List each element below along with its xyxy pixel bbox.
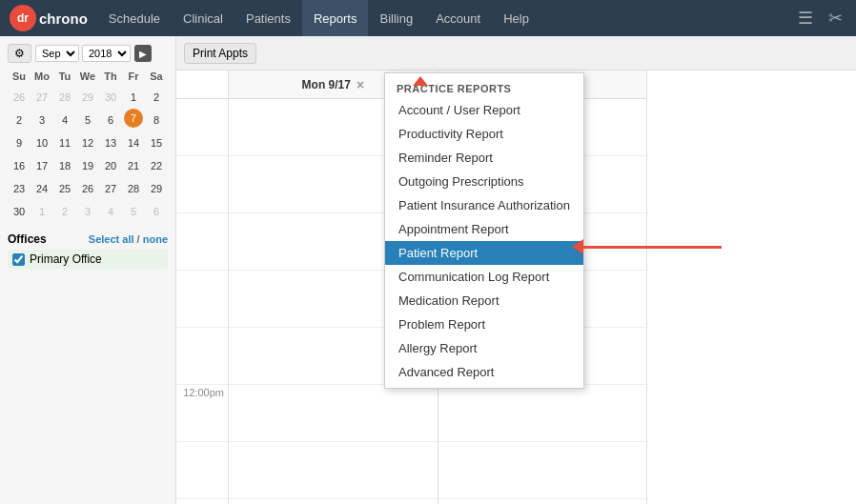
day-slot xyxy=(229,499,438,504)
cal-day[interactable]: 26 xyxy=(82,177,93,200)
cal-day[interactable]: 16 xyxy=(13,154,25,177)
cal-day[interactable]: 5 xyxy=(85,109,91,131)
cal-day[interactable]: 3 xyxy=(39,109,45,131)
nav-clinical[interactable]: Clinical xyxy=(172,0,234,36)
cal-day[interactable]: 23 xyxy=(13,177,25,200)
cal-day[interactable]: 17 xyxy=(36,154,48,177)
cal-day[interactable]: 27 xyxy=(105,177,116,200)
close-mon-btn[interactable]: × xyxy=(357,77,364,92)
nav-patients[interactable]: Patients xyxy=(234,0,302,36)
nav-reports[interactable]: Reports xyxy=(302,0,369,36)
cal-day[interactable]: 18 xyxy=(59,154,71,177)
day-col-empty xyxy=(647,71,856,504)
cal-day[interactable]: 27 xyxy=(36,86,48,109)
day-slot xyxy=(438,499,647,504)
settings-icon[interactable]: ☰ xyxy=(794,4,817,32)
primary-office-label: Primary Office xyxy=(30,252,102,266)
cal-day[interactable]: 7 xyxy=(124,109,143,128)
day-slot xyxy=(229,442,438,499)
offices-header: Offices Select all / none xyxy=(8,232,168,246)
timeslot-placeholder3 xyxy=(176,213,228,271)
timeslot-placeholder2 xyxy=(176,156,228,213)
timeslot-placeholder1 xyxy=(176,99,228,156)
calendar-next-btn[interactable]: ▶ xyxy=(134,45,152,62)
offices-links: Select all / none xyxy=(89,233,168,245)
dropdown-item-productivity[interactable]: Productivity Report xyxy=(385,122,583,146)
scissors-icon[interactable]: ✂ xyxy=(825,4,846,32)
none-link[interactable]: none xyxy=(143,233,168,245)
top-navigation: dr chrono Schedule Clinical Patients Rep… xyxy=(0,0,856,36)
cal-day[interactable]: 6 xyxy=(153,200,159,223)
month-select[interactable]: Sep xyxy=(35,45,79,62)
dropdown-item-communication-log[interactable]: Communication Log Report xyxy=(385,265,583,289)
cal-day[interactable]: 15 xyxy=(151,131,162,154)
dropdown-item-appointment[interactable]: Appointment Report xyxy=(385,217,583,241)
arrow-head xyxy=(572,239,583,254)
logo[interactable]: dr chrono xyxy=(10,5,88,31)
cal-grid: 2627282930122345678910111213141516171819… xyxy=(8,86,168,223)
primary-office-checkbox[interactable] xyxy=(12,253,25,266)
cal-day[interactable]: 2 xyxy=(16,109,22,131)
mini-calendar: Su Mo Tu We Th Fr Sa 2627282930122345678… xyxy=(8,69,168,223)
cal-day[interactable]: 13 xyxy=(105,131,116,154)
cal-day[interactable]: 25 xyxy=(59,177,71,200)
cal-day[interactable]: 9 xyxy=(16,131,22,154)
cal-day[interactable]: 21 xyxy=(128,154,139,177)
cal-day[interactable]: 2 xyxy=(62,200,68,223)
cal-day[interactable]: 19 xyxy=(82,154,93,177)
cal-day[interactable]: 30 xyxy=(105,86,116,109)
logo-icon: dr xyxy=(10,5,36,31)
dropdown-items: Account / User ReportProductivity Report… xyxy=(385,98,583,384)
year-select[interactable]: 2018 xyxy=(82,45,131,62)
dropdown-item-patient-insurance[interactable]: Patient Insurance Authorization xyxy=(385,193,583,217)
select-all-link[interactable]: Select all xyxy=(89,233,134,245)
cal-day[interactable]: 8 xyxy=(153,109,159,131)
dropdown-item-problem[interactable]: Problem Report xyxy=(385,312,583,336)
cal-day[interactable]: 29 xyxy=(82,86,93,109)
cal-day[interactable]: 29 xyxy=(151,177,162,200)
office-item-primary: Primary Office xyxy=(8,250,168,269)
cal-day[interactable]: 11 xyxy=(59,131,71,154)
dropdown-item-advanced[interactable]: Advanced Report xyxy=(385,360,583,384)
arrow-shaft xyxy=(583,246,722,249)
cal-day[interactable]: 24 xyxy=(36,177,48,200)
nav-billing[interactable]: Billing xyxy=(368,0,424,36)
timeslot-12pm: 12:00pm xyxy=(176,385,228,442)
cal-day[interactable]: 3 xyxy=(85,200,91,223)
cal-day[interactable]: 5 xyxy=(131,200,136,223)
cal-day[interactable]: 30 xyxy=(13,200,25,223)
nav-account[interactable]: Account xyxy=(424,0,492,36)
cal-day-headers: Su Mo Tu We Th Fr Sa xyxy=(8,69,168,84)
cal-day[interactable]: 4 xyxy=(62,109,68,131)
cal-day[interactable]: 4 xyxy=(108,200,113,223)
cal-day[interactable]: 1 xyxy=(131,86,136,109)
dropdown-item-patient[interactable]: Patient Report xyxy=(385,241,583,265)
offices-label: Offices xyxy=(8,232,47,246)
dropdown-item-reminder[interactable]: Reminder Report xyxy=(385,146,583,170)
dropdown-item-account-user[interactable]: Account / User Report xyxy=(385,98,583,122)
day-slot xyxy=(438,385,647,442)
dropdown-item-allergy[interactable]: Allergy Report xyxy=(385,336,583,360)
cal-day[interactable]: 22 xyxy=(151,154,162,177)
timeslot-placeholder4 xyxy=(176,271,228,328)
cal-day[interactable]: 2 xyxy=(153,86,159,109)
dropdown-item-medication[interactable]: Medication Report xyxy=(385,289,583,312)
cal-day[interactable]: 28 xyxy=(59,86,71,109)
nav-help[interactable]: Help xyxy=(492,0,540,36)
cal-day[interactable]: 6 xyxy=(108,109,113,131)
calendar-settings-btn[interactable]: ⚙ xyxy=(8,44,31,63)
cal-day[interactable]: 20 xyxy=(105,154,116,177)
cal-day[interactable]: 10 xyxy=(36,131,48,154)
cal-day[interactable]: 1 xyxy=(39,200,45,223)
arrow-right-indicator xyxy=(572,239,722,254)
print-appts-btn[interactable]: Print Appts xyxy=(184,43,256,64)
reports-dropdown: PRACTICE REPORTS Account / User ReportPr… xyxy=(384,72,584,389)
dropdown-item-outgoing-rx[interactable]: Outgoing Prescriptions xyxy=(385,170,583,193)
cal-day[interactable]: 26 xyxy=(13,86,25,109)
timeslot-placeholder5 xyxy=(176,328,228,385)
cal-day[interactable]: 12 xyxy=(82,131,93,154)
nav-schedule[interactable]: Schedule xyxy=(97,0,172,36)
cal-day[interactable]: 28 xyxy=(128,177,139,200)
timeslot-placeholder6 xyxy=(176,442,228,499)
cal-day[interactable]: 14 xyxy=(128,131,139,154)
